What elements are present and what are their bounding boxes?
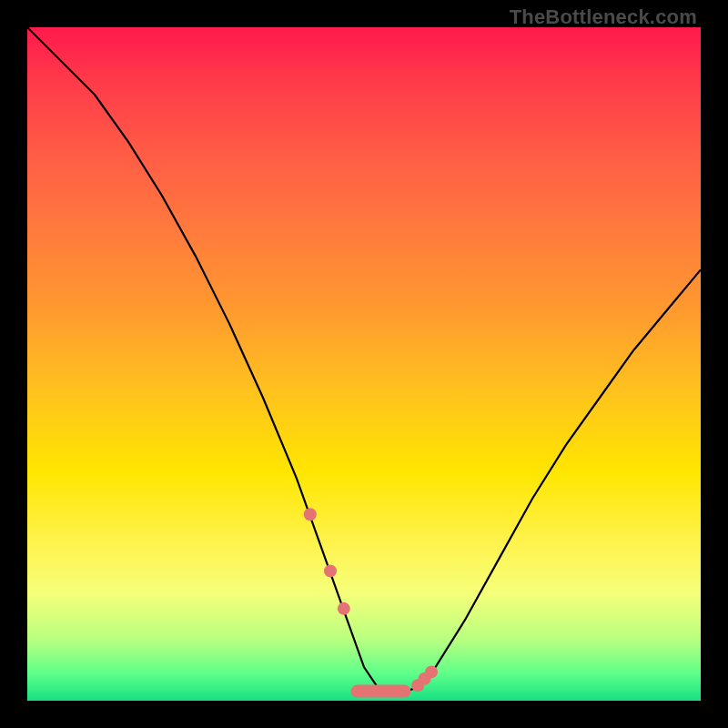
watermark-text: TheBottleneck.com [510, 5, 697, 29]
valley-dot [425, 665, 438, 678]
valley-dots [304, 508, 438, 692]
plot-area [27, 27, 701, 701]
valley-dot [304, 508, 317, 521]
chart-frame: TheBottleneck.com [0, 0, 728, 728]
valley-dot [338, 602, 350, 615]
valley-dot [324, 564, 337, 577]
bottleneck-curve [27, 27, 701, 701]
curve-path [27, 27, 701, 694]
